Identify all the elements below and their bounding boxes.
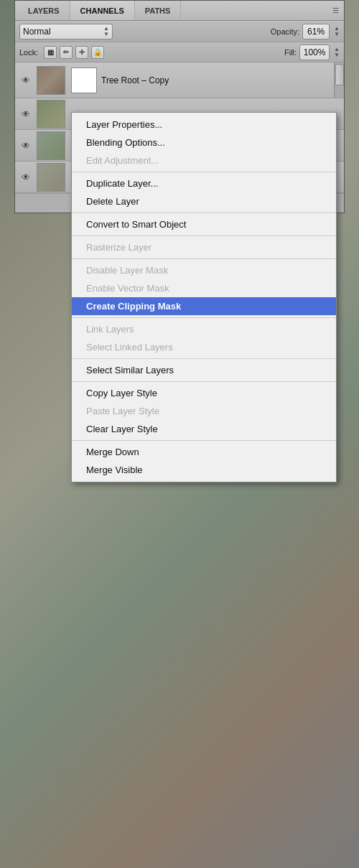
menu-item-paste-layer-style: Paste Layer Style bbox=[72, 402, 336, 420]
lock-position-icon[interactable]: ✛ bbox=[75, 46, 88, 59]
lock-paint-icon[interactable]: ✏ bbox=[60, 46, 73, 59]
layers-scrollbar[interactable] bbox=[334, 62, 344, 98]
layer-thumbnail-4 bbox=[37, 163, 65, 192]
layer-name: Tree Root – Copy bbox=[101, 75, 169, 85]
menu-separator bbox=[72, 235, 336, 236]
menu-item-link-layers: Link Layers bbox=[72, 320, 336, 338]
visibility-toggle[interactable]: 👁 bbox=[19, 74, 32, 87]
menu-separator bbox=[72, 381, 336, 382]
layer-thumbnail bbox=[37, 66, 65, 95]
layers-panel: LAYERS CHANNELS PATHS ☰ Normal ▲ ▼ Opaci… bbox=[14, 0, 345, 213]
menu-item-select-similar[interactable]: Select Similar Layers bbox=[72, 361, 336, 379]
panel-menu-icon[interactable]: ☰ bbox=[330, 5, 341, 17]
menu-item-blending-options[interactable]: Blending Options... bbox=[72, 134, 336, 151]
layer-mask-thumbnail bbox=[71, 67, 97, 93]
menu-item-delete-layer[interactable]: Delete Layer bbox=[72, 192, 336, 210]
visibility-toggle-2[interactable]: 👁 bbox=[19, 108, 32, 121]
menu-item-copy-layer-style[interactable]: Copy Layer Style bbox=[72, 384, 336, 402]
menu-separator bbox=[72, 258, 336, 259]
fill-input[interactable]: 100% bbox=[299, 45, 330, 60]
menu-item-enable-vector-mask: Enable Vector Mask bbox=[72, 279, 336, 297]
tab-layers[interactable]: LAYERS bbox=[18, 1, 70, 20]
opacity-input[interactable]: 61% bbox=[302, 24, 330, 39]
visibility-toggle-4[interactable]: 👁 bbox=[19, 171, 32, 184]
menu-item-create-clipping-mask[interactable]: Create Clipping Mask bbox=[72, 297, 336, 315]
fill-section: Fill: 100% ▲ ▼ bbox=[284, 45, 340, 60]
tab-bar: LAYERS CHANNELS PATHS ☰ bbox=[15, 1, 344, 21]
layer-thumbnail-3 bbox=[37, 131, 65, 160]
layer-thumbnail-2 bbox=[37, 100, 65, 129]
opacity-arrows: ▲ ▼ bbox=[334, 26, 340, 37]
tab-channels[interactable]: CHANNELS bbox=[70, 1, 135, 20]
lock-all-icon[interactable]: 🔒 bbox=[91, 46, 104, 59]
menu-item-layer-properties[interactable]: Layer Properties... bbox=[72, 116, 336, 134]
menu-item-merge-visible[interactable]: Merge Visible bbox=[72, 461, 336, 479]
scrollbar-thumb[interactable] bbox=[335, 64, 344, 85]
blend-mode-row: Normal ▲ ▼ Opacity: 61% ▲ ▼ bbox=[15, 21, 344, 42]
menu-separator bbox=[72, 213, 336, 213]
blend-down-arrow: ▼ bbox=[103, 32, 109, 37]
menu-item-select-linked: Select Linked Layers bbox=[72, 338, 336, 356]
menu-separator bbox=[72, 440, 336, 441]
menu-item-convert-smart[interactable]: Convert to Smart Object bbox=[72, 215, 336, 233]
menu-item-disable-layer-mask: Disable Layer Mask bbox=[72, 261, 336, 279]
menu-item-edit-adjustment: Edit Adjustment... bbox=[72, 151, 336, 169]
menu-item-clear-layer-style[interactable]: Clear Layer Style bbox=[72, 420, 336, 438]
blend-mode-arrows: ▲ ▼ bbox=[103, 26, 109, 37]
menu-separator bbox=[72, 317, 336, 318]
fill-label: Fill: bbox=[284, 48, 297, 57]
tab-paths[interactable]: PATHS bbox=[135, 1, 182, 20]
lock-row: Lock: ▦ ✏ ✛ 🔒 Fill: 100% ▲ ▼ bbox=[15, 42, 344, 62]
lock-label: Lock: bbox=[19, 48, 38, 57]
thumbnail-preview bbox=[37, 67, 65, 94]
visibility-toggle-3[interactable]: 👁 bbox=[19, 139, 32, 152]
context-menu: Layer Properties...Blending Options...Ed… bbox=[71, 112, 337, 482]
blend-mode-select[interactable]: Normal ▲ ▼ bbox=[19, 24, 113, 39]
layer-item-tree-root-copy[interactable]: 👁 Tree Root – Copy bbox=[15, 62, 344, 98]
menu-separator bbox=[72, 358, 336, 359]
menu-item-rasterize-layer: Rasterize Layer bbox=[72, 238, 336, 256]
opacity-label: Opacity: bbox=[271, 27, 299, 36]
lock-transparency-icon[interactable]: ▦ bbox=[44, 46, 57, 59]
menu-separator bbox=[72, 172, 336, 172]
menu-item-duplicate-layer[interactable]: Duplicate Layer... bbox=[72, 174, 336, 192]
fill-arrows: ▲ ▼ bbox=[334, 47, 340, 58]
menu-item-merge-down[interactable]: Merge Down bbox=[72, 443, 336, 461]
opacity-row: Opacity: 61% ▲ ▼ bbox=[271, 24, 340, 39]
